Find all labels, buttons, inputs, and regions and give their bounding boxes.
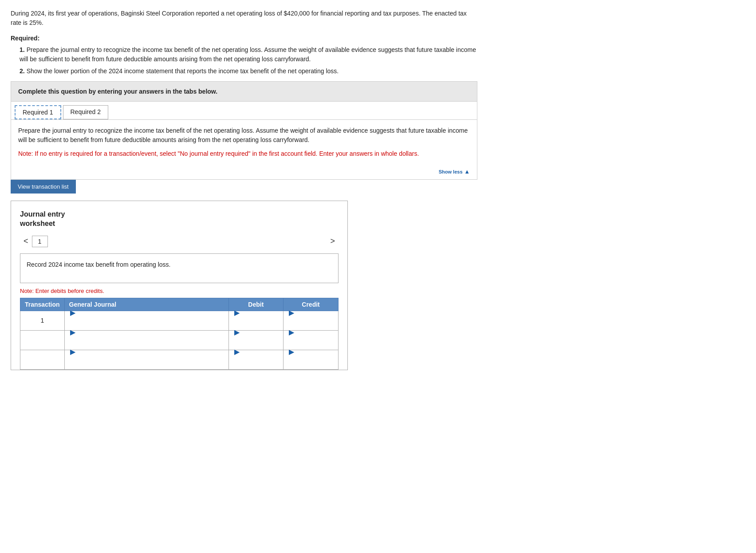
col-header-transaction: Transaction [20,298,65,311]
credit-cell-1[interactable]: ▶ [284,311,339,330]
credit-cell-3[interactable]: ▶ [284,350,339,369]
transaction-num-3 [20,350,65,369]
journal-title: Journal entryworksheet [20,210,339,229]
journal-table: Transaction General Journal Debit Credit… [20,298,339,370]
journal-prev-button[interactable]: < [20,237,32,246]
general-journal-input-3[interactable] [68,356,225,371]
table-row: ▶ ▶ ▶ [20,350,339,369]
view-transaction-list-button[interactable]: View transaction list [11,180,76,194]
journal-next-button[interactable]: > [327,237,339,246]
show-less-button[interactable]: Show less ▲ [11,166,477,179]
credit-cell-2[interactable]: ▶ [284,330,339,350]
general-journal-cell-2[interactable]: ▶ [64,330,228,350]
debit-cell-1[interactable]: ▶ [228,311,284,330]
general-journal-input-2[interactable] [68,336,225,352]
journal-entry-worksheet: Journal entryworksheet < 1 > Record 2024… [11,201,348,370]
general-journal-cell-3[interactable]: ▶ [64,350,228,369]
complete-box: Complete this question by entering your … [11,81,477,102]
tab-required-2[interactable]: Required 2 [63,105,109,119]
debit-cell-3[interactable]: ▶ [228,350,284,369]
debit-input-3[interactable] [232,356,280,371]
table-row: ▶ ▶ ▶ [20,330,339,350]
tab-description: Prepare the journal entry to recognize t… [18,126,470,145]
journal-record-text: Record 2024 income tax benefit from oper… [27,261,171,268]
general-journal-cell-1[interactable]: ▶ [64,311,228,330]
required-label: Required: [11,35,477,42]
intro-text: During 2024, its first year of operation… [11,9,477,28]
journal-note-debits: Note: Enter debits before credits. [20,288,339,294]
credit-input-3[interactable] [287,356,335,371]
tab-note-red: Note: If no entry is required for a tran… [18,149,470,158]
tab-required-1[interactable]: Required 1 [15,105,61,119]
transaction-num-1: 1 [20,311,65,330]
col-header-journal: General Journal [64,298,228,311]
tabs-row: Required 1 Required 2 [11,102,477,120]
journal-nav-row: < 1 > [20,236,339,247]
journal-page-number: 1 [32,236,48,247]
transaction-num-2 [20,330,65,350]
table-row: 1 ▶ ▶ ▶ [20,311,339,330]
debit-cell-2[interactable]: ▶ [228,330,284,350]
required-item-1: 1.Prepare the journal entry to recognize… [20,45,477,64]
required-item-2: 2.Show the lower portion of the 2024 inc… [20,67,477,76]
journal-record-box: Record 2024 income tax benefit from oper… [20,253,339,283]
general-journal-input-1[interactable] [68,317,225,332]
